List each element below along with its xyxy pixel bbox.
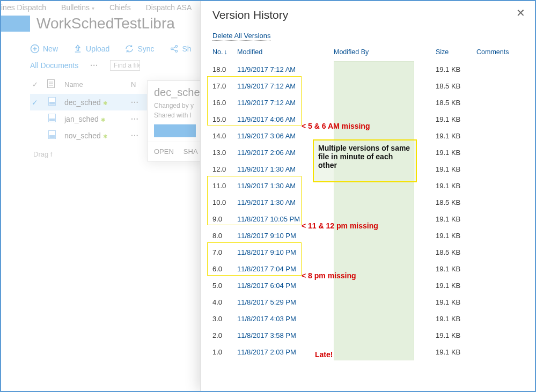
modified-column-header-trunc[interactable]: N xyxy=(131,80,136,88)
file-name[interactable]: dec_sched xyxy=(64,98,101,107)
callout-title: dec_sche xyxy=(148,81,202,101)
annotation-text-4: Late! xyxy=(315,350,333,359)
callout-preview xyxy=(154,124,196,137)
version-size: 19.1 KB xyxy=(436,182,476,190)
version-size: 19.1 KB xyxy=(436,115,476,123)
new-indicator-icon: ✱ xyxy=(103,134,107,139)
upload-icon xyxy=(73,44,83,54)
select-all-checkbox[interactable]: ✓ xyxy=(30,80,40,88)
version-no: 6.0 xyxy=(212,265,237,273)
version-size: 19.1 KB xyxy=(436,315,476,323)
version-size: 19.1 KB xyxy=(436,331,476,339)
version-no: 7.0 xyxy=(212,248,237,256)
panel-title: Version History xyxy=(212,9,523,21)
view-more-menu[interactable]: ··· xyxy=(90,61,98,70)
version-modified-link[interactable]: 11/9/2017 7:12 AM xyxy=(237,99,334,107)
sync-button[interactable]: Sync xyxy=(124,44,154,54)
version-size: 19.1 KB xyxy=(436,232,476,240)
modified-by-highlight-strip xyxy=(334,61,414,360)
sync-icon xyxy=(124,44,134,54)
version-modified-link[interactable]: 11/9/2017 1:30 AM xyxy=(237,198,334,206)
version-size: 19.1 KB xyxy=(436,282,476,290)
version-size: 18.5 KB xyxy=(436,248,476,256)
version-modified-link[interactable]: 11/8/2017 5:29 PM xyxy=(237,298,334,306)
nav-item-bulletins[interactable]: Bulletins▾ xyxy=(61,3,94,12)
version-size: 18.5 KB xyxy=(436,99,476,107)
share-icon xyxy=(170,44,179,54)
chevron-down-icon: ▾ xyxy=(92,5,94,11)
callout-changed-by: Changed by y xyxy=(148,101,202,110)
row-more-menu[interactable]: ··· xyxy=(131,131,142,140)
version-no: 12.0 xyxy=(212,165,237,173)
sort-desc-icon: ↓ xyxy=(224,48,227,56)
svg-line-7 xyxy=(173,47,175,48)
view-all-documents[interactable]: All Documents xyxy=(30,61,78,70)
version-size: 19.1 KB xyxy=(436,265,476,273)
version-modified-link[interactable]: 11/9/2017 7:12 AM xyxy=(237,65,334,73)
col-size[interactable]: Size xyxy=(436,48,476,56)
version-no: 14.0 xyxy=(212,132,237,140)
col-modified-by[interactable]: Modified By xyxy=(334,48,436,56)
version-no: 17.0 xyxy=(212,82,237,90)
library-title: WorkSchedTestLibra xyxy=(36,15,175,32)
version-no: 18.0 xyxy=(212,65,237,73)
callout-open-button[interactable]: OPEN xyxy=(154,147,174,156)
share-button[interactable]: Sh xyxy=(170,44,192,54)
version-size: 19.1 KB xyxy=(436,165,476,173)
version-no: 9.0 xyxy=(212,215,237,223)
version-size: 19.1 KB xyxy=(436,65,476,73)
version-modified-link[interactable]: 11/8/2017 6:04 PM xyxy=(237,282,334,290)
version-no: 13.0 xyxy=(212,149,237,157)
delete-all-versions-link[interactable]: Delete All Versions xyxy=(212,32,270,41)
version-no: 15.0 xyxy=(212,115,237,123)
nav-item-asap[interactable]: Dispatch ASA xyxy=(146,3,192,12)
version-size: 19.1 KB xyxy=(436,348,476,356)
annotation-text-3: < 8 pm missing xyxy=(302,271,356,280)
col-modified[interactable]: Modified xyxy=(237,48,334,56)
name-column-header[interactable]: Name xyxy=(64,80,123,88)
row-more-menu[interactable]: ··· xyxy=(131,115,142,123)
version-no: 10.0 xyxy=(212,198,237,206)
version-no: 8.0 xyxy=(212,232,237,240)
version-size: 19.1 KB xyxy=(436,215,476,223)
version-no: 1.0 xyxy=(212,348,237,356)
version-no: 2.0 xyxy=(212,331,237,339)
type-column-icon xyxy=(47,79,57,90)
version-modified-link[interactable]: 11/8/2017 9:10 PM xyxy=(237,248,334,256)
callout-shared-with: Shared with l xyxy=(148,110,202,120)
row-more-menu[interactable]: ··· xyxy=(131,98,142,107)
row-checkbox[interactable]: ✓ xyxy=(30,98,40,107)
version-modified-link[interactable]: 11/9/2017 7:12 AM xyxy=(237,82,334,90)
version-modified-link[interactable]: 11/8/2017 4:03 PM xyxy=(237,315,334,323)
version-modified-link[interactable]: 11/9/2017 1:30 AM xyxy=(237,182,334,190)
col-comments[interactable]: Comments xyxy=(476,48,519,56)
version-size: 19.1 KB xyxy=(436,132,476,140)
plus-circle-icon xyxy=(30,44,40,54)
find-file-input[interactable]: Find a file xyxy=(110,60,140,71)
annotation-note-box: Multiple versions of same file in minute… xyxy=(313,139,417,182)
doc-icon xyxy=(47,130,57,140)
callout-share-button[interactable]: SHA xyxy=(183,147,198,156)
file-name[interactable]: jan_sched xyxy=(64,115,99,123)
annotation-text-2: < 11 & 12 pm missing xyxy=(302,221,378,230)
version-history-panel: ✕ Version History Delete All Versions No… xyxy=(200,1,535,391)
version-no: 3.0 xyxy=(212,315,237,323)
col-no[interactable]: No. xyxy=(212,48,223,56)
doc-icon xyxy=(47,114,57,124)
version-modified-link[interactable]: 11/8/2017 9:10 PM xyxy=(237,232,334,240)
version-size: 18.5 KB xyxy=(436,198,476,206)
upload-button[interactable]: Upload xyxy=(73,44,109,54)
version-no: 16.0 xyxy=(212,99,237,107)
svg-line-8 xyxy=(173,49,175,51)
new-indicator-icon: ✱ xyxy=(101,117,105,123)
version-no: 11.0 xyxy=(212,182,237,190)
close-button[interactable]: ✕ xyxy=(516,6,525,19)
nav-item-dispatch[interactable]: ines Dispatch xyxy=(1,3,46,12)
version-size: 19.1 KB xyxy=(436,298,476,306)
file-name[interactable]: nov_sched xyxy=(64,131,101,140)
new-button[interactable]: New xyxy=(30,44,58,54)
version-modified-link[interactable]: 11/9/2017 3:06 AM xyxy=(237,132,334,140)
version-modified-link[interactable]: 11/8/2017 3:58 PM xyxy=(237,331,334,339)
nav-item-chiefs[interactable]: Chiefs xyxy=(109,3,131,12)
version-no: 5.0 xyxy=(212,282,237,290)
